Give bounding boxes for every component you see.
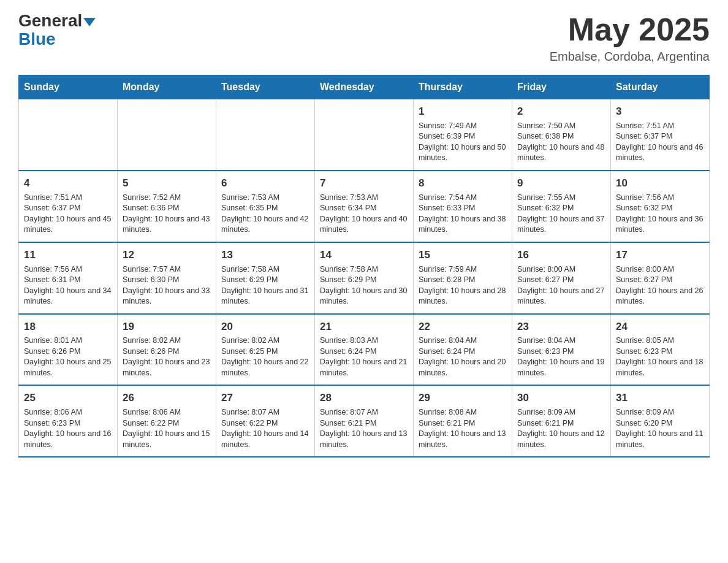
day-number: 3	[616, 104, 704, 119]
calendar-cell	[118, 99, 216, 170]
calendar-week-row: 1Sunrise: 7:49 AMSunset: 6:39 PMDaylight…	[19, 99, 710, 170]
day-number: 11	[24, 248, 112, 262]
calendar-cell: 1Sunrise: 7:49 AMSunset: 6:39 PMDaylight…	[414, 99, 512, 170]
day-sun-info: Sunrise: 7:56 AMSunset: 6:32 PMDaylight:…	[616, 193, 704, 236]
location-subtitle: Embalse, Cordoba, Argentina	[550, 50, 710, 64]
calendar-cell: 8Sunrise: 7:54 AMSunset: 6:33 PMDaylight…	[414, 170, 512, 242]
day-number: 25	[24, 391, 112, 405]
day-number: 10	[616, 176, 704, 191]
day-number: 21	[320, 320, 408, 334]
calendar-cell: 4Sunrise: 7:51 AMSunset: 6:37 PMDaylight…	[19, 170, 118, 242]
calendar-cell: 28Sunrise: 8:07 AMSunset: 6:21 PMDayligh…	[315, 385, 414, 457]
calendar-cell: 7Sunrise: 7:53 AMSunset: 6:34 PMDaylight…	[315, 170, 414, 242]
day-number: 19	[123, 320, 211, 334]
day-sun-info: Sunrise: 8:06 AMSunset: 6:22 PMDaylight:…	[123, 407, 211, 450]
calendar-cell: 16Sunrise: 8:00 AMSunset: 6:27 PMDayligh…	[512, 242, 611, 314]
calendar-week-row: 18Sunrise: 8:01 AMSunset: 6:26 PMDayligh…	[19, 314, 710, 386]
calendar-cell: 14Sunrise: 7:58 AMSunset: 6:29 PMDayligh…	[315, 242, 414, 314]
day-sun-info: Sunrise: 8:09 AMSunset: 6:21 PMDaylight:…	[517, 407, 605, 450]
day-sun-info: Sunrise: 8:04 AMSunset: 6:23 PMDaylight:…	[517, 335, 605, 378]
calendar-cell: 21Sunrise: 8:03 AMSunset: 6:24 PMDayligh…	[315, 314, 414, 386]
day-sun-info: Sunrise: 8:07 AMSunset: 6:21 PMDaylight:…	[320, 407, 408, 450]
header-monday: Monday	[118, 75, 216, 99]
day-sun-info: Sunrise: 7:49 AMSunset: 6:39 PMDaylight:…	[419, 121, 507, 164]
calendar-cell: 10Sunrise: 7:56 AMSunset: 6:32 PMDayligh…	[611, 170, 710, 242]
logo-triangle-icon	[83, 18, 96, 26]
day-number: 13	[221, 248, 309, 262]
calendar-cell	[216, 99, 315, 170]
day-number: 4	[24, 176, 112, 191]
day-number: 8	[419, 176, 507, 191]
day-sun-info: Sunrise: 8:01 AMSunset: 6:26 PMDaylight:…	[24, 335, 112, 378]
day-sun-info: Sunrise: 7:59 AMSunset: 6:28 PMDaylight:…	[419, 264, 507, 307]
calendar-cell: 2Sunrise: 7:50 AMSunset: 6:38 PMDaylight…	[512, 99, 611, 170]
logo-top: General	[18, 12, 96, 29]
calendar-cell: 9Sunrise: 7:55 AMSunset: 6:32 PMDaylight…	[512, 170, 611, 242]
calendar-cell: 5Sunrise: 7:52 AMSunset: 6:36 PMDaylight…	[118, 170, 216, 242]
day-sun-info: Sunrise: 7:51 AMSunset: 6:37 PMDaylight:…	[24, 193, 112, 236]
calendar-week-row: 25Sunrise: 8:06 AMSunset: 6:23 PMDayligh…	[19, 385, 710, 457]
day-sun-info: Sunrise: 7:54 AMSunset: 6:33 PMDaylight:…	[419, 193, 507, 236]
calendar-cell: 17Sunrise: 8:00 AMSunset: 6:27 PMDayligh…	[611, 242, 710, 314]
day-sun-info: Sunrise: 7:53 AMSunset: 6:34 PMDaylight:…	[320, 193, 408, 236]
calendar-cell	[19, 99, 118, 170]
month-year-title: May 2025	[550, 12, 710, 47]
calendar-cell	[315, 99, 414, 170]
day-number: 26	[123, 391, 211, 405]
header-friday: Friday	[512, 75, 611, 99]
day-number: 7	[320, 176, 408, 191]
day-sun-info: Sunrise: 7:51 AMSunset: 6:37 PMDaylight:…	[616, 121, 704, 164]
day-number: 14	[320, 248, 408, 262]
day-sun-info: Sunrise: 7:56 AMSunset: 6:31 PMDaylight:…	[24, 264, 112, 307]
calendar-cell: 18Sunrise: 8:01 AMSunset: 6:26 PMDayligh…	[19, 314, 118, 386]
day-number: 20	[221, 320, 309, 334]
day-sun-info: Sunrise: 8:05 AMSunset: 6:23 PMDaylight:…	[616, 335, 704, 378]
logo: General Blue	[18, 12, 96, 48]
day-number: 31	[616, 391, 704, 405]
calendar-cell: 12Sunrise: 7:57 AMSunset: 6:30 PMDayligh…	[118, 242, 216, 314]
day-sun-info: Sunrise: 7:50 AMSunset: 6:38 PMDaylight:…	[517, 121, 605, 164]
day-number: 24	[616, 320, 704, 334]
header-saturday: Saturday	[611, 75, 710, 99]
day-sun-info: Sunrise: 8:02 AMSunset: 6:26 PMDaylight:…	[123, 335, 211, 378]
calendar-cell: 24Sunrise: 8:05 AMSunset: 6:23 PMDayligh…	[611, 314, 710, 386]
day-sun-info: Sunrise: 8:09 AMSunset: 6:20 PMDaylight:…	[616, 407, 704, 450]
calendar-cell: 26Sunrise: 8:06 AMSunset: 6:22 PMDayligh…	[118, 385, 216, 457]
day-sun-info: Sunrise: 8:07 AMSunset: 6:22 PMDaylight:…	[221, 407, 309, 450]
calendar-cell: 29Sunrise: 8:08 AMSunset: 6:21 PMDayligh…	[414, 385, 512, 457]
day-sun-info: Sunrise: 8:04 AMSunset: 6:24 PMDaylight:…	[419, 335, 507, 378]
calendar-cell: 15Sunrise: 7:59 AMSunset: 6:28 PMDayligh…	[414, 242, 512, 314]
calendar-cell: 27Sunrise: 8:07 AMSunset: 6:22 PMDayligh…	[216, 385, 315, 457]
day-sun-info: Sunrise: 7:58 AMSunset: 6:29 PMDaylight:…	[320, 264, 408, 307]
day-number: 22	[419, 320, 507, 334]
calendar-week-row: 11Sunrise: 7:56 AMSunset: 6:31 PMDayligh…	[19, 242, 710, 314]
title-block: May 2025 Embalse, Cordoba, Argentina	[550, 12, 710, 64]
day-sun-info: Sunrise: 8:06 AMSunset: 6:23 PMDaylight:…	[24, 407, 112, 450]
day-sun-info: Sunrise: 8:00 AMSunset: 6:27 PMDaylight:…	[616, 264, 704, 307]
day-sun-info: Sunrise: 7:53 AMSunset: 6:35 PMDaylight:…	[221, 193, 309, 236]
day-sun-info: Sunrise: 8:02 AMSunset: 6:25 PMDaylight:…	[221, 335, 309, 378]
day-number: 30	[517, 391, 605, 405]
calendar-cell: 11Sunrise: 7:56 AMSunset: 6:31 PMDayligh…	[19, 242, 118, 314]
day-number: 6	[221, 176, 309, 191]
day-sun-info: Sunrise: 7:55 AMSunset: 6:32 PMDaylight:…	[517, 193, 605, 236]
page-header: General Blue May 2025 Embalse, Cordoba, …	[18, 12, 710, 64]
day-number: 23	[517, 320, 605, 334]
calendar-cell: 20Sunrise: 8:02 AMSunset: 6:25 PMDayligh…	[216, 314, 315, 386]
calendar-cell: 31Sunrise: 8:09 AMSunset: 6:20 PMDayligh…	[611, 385, 710, 457]
day-number: 12	[123, 248, 211, 262]
calendar-cell: 13Sunrise: 7:58 AMSunset: 6:29 PMDayligh…	[216, 242, 315, 314]
day-number: 17	[616, 248, 704, 262]
day-number: 15	[419, 248, 507, 262]
day-number: 27	[221, 391, 309, 405]
header-tuesday: Tuesday	[216, 75, 315, 99]
calendar-cell: 6Sunrise: 7:53 AMSunset: 6:35 PMDaylight…	[216, 170, 315, 242]
header-thursday: Thursday	[414, 75, 512, 99]
header-wednesday: Wednesday	[315, 75, 414, 99]
day-number: 29	[419, 391, 507, 405]
day-number: 18	[24, 320, 112, 334]
day-number: 28	[320, 391, 408, 405]
day-number: 9	[517, 176, 605, 191]
calendar-table: SundayMondayTuesdayWednesdayThursdayFrid…	[18, 75, 710, 458]
calendar-week-row: 4Sunrise: 7:51 AMSunset: 6:37 PMDaylight…	[19, 170, 710, 242]
